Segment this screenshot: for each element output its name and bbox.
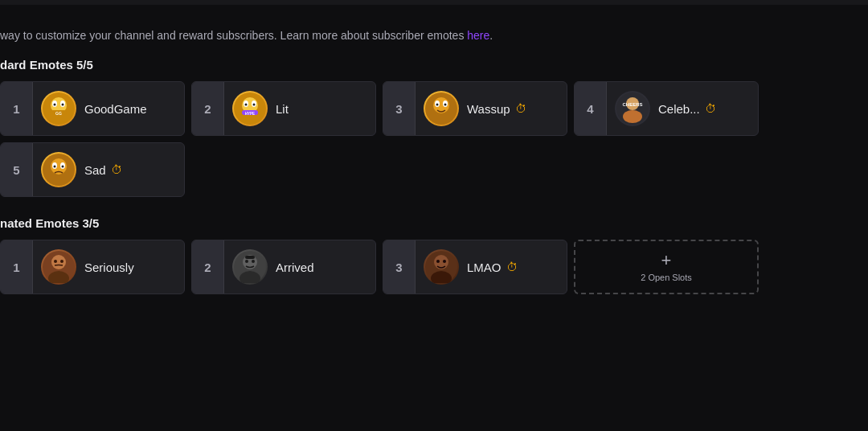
emote-card-lit[interactable]: 2 HYPE Lit (191, 81, 376, 136)
emote-name-wassup: Wassup (467, 102, 510, 116)
svg-point-24 (623, 110, 642, 123)
description-period: . (489, 29, 493, 42)
emote-avatar-seriously (41, 249, 76, 285)
emote-avatar-goodgame: GG (41, 91, 76, 126)
emote-number-5: 5 (1, 142, 33, 197)
svg-point-46 (436, 260, 440, 263)
emote-card-goodgame[interactable]: 1 GG GoodGame (0, 81, 185, 136)
emote-name-row-lmao: LMAO ⏱ (467, 261, 567, 274)
emote-card-sad[interactable]: 5 Sad ⏱ (0, 142, 185, 197)
emote-name-celeb: Celeb... (658, 102, 700, 116)
svg-point-20 (436, 104, 439, 106)
svg-point-35 (54, 260, 57, 263)
emote-number-2: 2 (192, 81, 224, 136)
emote-name-goodgame: GoodGame (84, 102, 147, 116)
learn-more-link[interactable]: here (467, 29, 489, 42)
svg-point-40 (245, 260, 248, 263)
svg-point-36 (60, 260, 63, 263)
svg-point-41 (252, 260, 255, 263)
emote-card-celeb[interactable]: 4 CHEERS Celeb... ⏱ (574, 81, 759, 136)
emote-name-sad: Sad (84, 163, 106, 177)
emote-name-lmao: LMAO (467, 261, 502, 274)
standard-emotes-grid: 1 GG GoodGame 2 (0, 81, 868, 136)
svg-point-30 (54, 166, 56, 168)
svg-point-13 (253, 104, 256, 106)
svg-point-12 (245, 104, 248, 106)
svg-text:HYPE: HYPE (245, 112, 255, 116)
animated-emotes-grid: 1 Seriously 2 (0, 240, 868, 294)
svg-text:GG: GG (55, 111, 62, 116)
clock-icon-wassup: ⏱ (515, 102, 526, 115)
svg-point-31 (62, 166, 64, 168)
emote-name-row-arrived: Arrived (276, 261, 375, 274)
svg-text:CHEERS: CHEERS (622, 102, 642, 107)
anim-emote-number-3: 3 (383, 240, 416, 294)
emote-name-arrived: Arrived (276, 261, 314, 274)
emote-name-seriously: Seriously (84, 261, 134, 274)
svg-point-4 (54, 104, 56, 106)
svg-point-21 (444, 104, 447, 106)
svg-point-5 (62, 104, 64, 106)
open-slots-label: 2 Open Slots (641, 273, 692, 282)
emote-number-4: 4 (575, 81, 607, 136)
emote-avatar-sad (41, 152, 76, 187)
emote-name-row-lit: Lit (276, 102, 375, 116)
description-text: way to customize your channel and reward… (0, 29, 464, 42)
emote-name-row-sad: Sad ⏱ (84, 163, 184, 177)
emote-avatar-celeb: CHEERS (615, 91, 650, 126)
clock-icon-sad: ⏱ (111, 163, 122, 176)
animated-emotes-title: nated Emotes 3/5 (0, 216, 868, 230)
emote-name-row-celeb: Celeb... ⏱ (658, 102, 758, 116)
svg-point-47 (443, 260, 446, 263)
emote-avatar-lmao (424, 249, 459, 285)
emote-avatar-wassup (424, 91, 459, 126)
emote-number-3: 3 (383, 81, 416, 136)
add-plus-icon: + (661, 252, 672, 269)
emote-name-row-goodgame: GoodGame (84, 102, 184, 116)
emote-number-1: 1 (1, 81, 33, 136)
add-emote-slot[interactable]: + 2 Open Slots (574, 240, 759, 294)
anim-emote-number-2: 2 (192, 240, 224, 294)
emote-card-arrived[interactable]: 2 Arrived (191, 240, 376, 294)
emote-name-row-seriously: Seriously (84, 261, 184, 274)
standard-emotes-row2: 5 Sad ⏱ (0, 142, 868, 197)
emote-card-seriously[interactable]: 1 Seriously (0, 240, 185, 294)
svg-point-33 (51, 255, 66, 269)
svg-rect-42 (245, 256, 255, 259)
emote-name-row-wassup: Wassup ⏱ (467, 102, 567, 116)
clock-icon-celeb: ⏱ (705, 102, 716, 115)
emote-card-wassup[interactable]: 3 Wassup ⏱ (383, 81, 567, 136)
clock-icon-lmao: ⏱ (506, 261, 518, 273)
emote-name-lit: Lit (276, 102, 289, 116)
emote-card-lmao[interactable]: 3 LMAO ⏱ (383, 240, 567, 294)
description-bar: way to customize your channel and reward… (0, 19, 868, 55)
standard-emotes-title: dard Emotes 5/5 (0, 58, 868, 72)
emote-avatar-arrived (232, 249, 268, 285)
anim-emote-number-1: 1 (1, 240, 33, 294)
emote-avatar-lit: HYPE (232, 91, 268, 126)
